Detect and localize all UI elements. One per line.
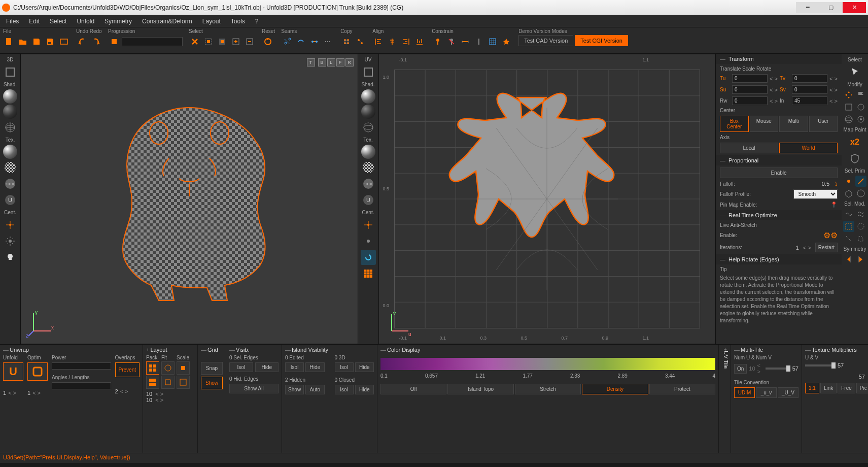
hide-edges-button[interactable]: Hide [255,362,279,372]
user-center-button[interactable]: User [809,116,838,132]
menu-edit[interactable]: Edit [24,16,45,26]
color-header[interactable]: Color Display [380,347,715,353]
uv-upper-button[interactable]: _U_V [778,387,798,398]
scale-1-button[interactable] [177,361,190,375]
texmult-header[interactable]: Texture Multipliers [805,347,865,353]
select-shrink-button[interactable] [244,35,256,48]
isol-isl-button[interactable]: Isol [285,362,304,372]
gears-icon[interactable]: ⚙⚙ [823,230,838,240]
uv-globe-button[interactable] [361,120,376,135]
hide-3d-button[interactable]: Hide [355,362,374,372]
sym-right-button[interactable] [855,254,866,265]
close-button[interactable]: ✕ [843,2,866,13]
color-off-button[interactable]: Off [380,384,446,394]
uv-shading-lit-button[interactable] [361,89,375,104]
sv-field[interactable] [792,85,827,94]
box-center-button[interactable]: Box Center [720,116,749,132]
copy-alt-button[interactable] [354,35,366,48]
island-vis-header[interactable]: Island Visibility [285,347,374,353]
circle-sel-button[interactable] [855,221,866,232]
rotate-button[interactable] [855,102,866,113]
show-grid-button[interactable]: Show [201,377,223,389]
menu-help[interactable]: ? [250,16,264,26]
color-protect-button[interactable]: Protect [649,384,715,394]
rw-field[interactable] [732,96,768,105]
shield-button[interactable] [847,151,862,166]
hide-closed-button[interactable]: Hide [355,385,374,394]
reset-button[interactable] [262,35,274,48]
frame-button[interactable] [3,64,18,80]
pin-icon[interactable]: 📍 [830,202,838,208]
falloff-profile-select[interactable]: Smooth [793,189,838,199]
visib-header[interactable]: Visib. [229,347,279,353]
select-grow-button[interactable] [230,35,242,48]
color-density-button[interactable]: Density [582,384,648,394]
align-right-button[interactable] [400,35,412,48]
seam-add-button[interactable] [308,35,321,48]
move-button[interactable] [843,89,854,101]
in-field[interactable] [792,96,827,105]
select-all-button[interactable] [202,35,215,48]
show-all-button[interactable]: Show All [229,384,279,393]
isol-3d-button[interactable]: Isol [335,362,354,372]
menu-layout[interactable]: Layout [197,16,226,26]
uvtile-header[interactable]: UV Tile [722,348,730,448]
help-header[interactable]: Help Rotate (Edges) [716,254,842,264]
scale-2-button[interactable] [177,376,190,389]
center-sun-button[interactable] [3,234,18,249]
optim-button[interactable] [27,362,48,381]
shading-wire-button[interactable] [3,105,17,119]
weld-button[interactable] [295,35,307,48]
tex-checker-button[interactable] [3,160,18,175]
reload-button[interactable] [58,35,70,48]
uv-tex-checker-button[interactable] [361,160,376,175]
line-sel-button[interactable] [843,233,854,244]
rect-sel-button[interactable] [843,221,854,232]
view-t-button[interactable]: T [307,58,315,66]
target-button[interactable] [855,114,866,125]
saveas-button[interactable] [44,35,56,48]
view-l-button[interactable]: L [327,58,335,66]
mouse-center-button[interactable]: Mouse [750,116,779,132]
ratio-11-button[interactable]: 1:1 [805,383,819,393]
udim-button[interactable]: UDIM [734,387,755,398]
auto-isl-button[interactable]: Auto [305,385,324,394]
uv-shading-flat-button[interactable] [361,105,375,119]
constrain-h-button[interactable] [459,35,471,48]
pack-1-button[interactable] [146,361,159,375]
pin-button[interactable] [432,35,444,48]
tex-white-button[interactable] [3,145,17,159]
light-button[interactable] [3,250,18,265]
world-axis-button[interactable]: World [779,143,838,153]
grid-header[interactable]: Grid [201,347,223,353]
save-file-button[interactable] [30,35,43,48]
angles-slider[interactable] [52,382,111,389]
lasso-sel-button[interactable] [855,233,866,244]
flag-button[interactable] [855,89,866,101]
copy-button[interactable] [340,35,353,48]
select-cursor-button[interactable] [847,64,862,80]
center-cross-button[interactable] [3,217,18,232]
optimize-header[interactable]: Real Time Optimize [716,210,842,220]
proportional-header[interactable]: Proportional [716,155,842,165]
uv-tex-white-button[interactable] [361,145,375,159]
menu-symmetry[interactable]: Symmetry [99,16,137,26]
uv-frame-button[interactable] [361,64,376,80]
snap-button[interactable]: Snap [201,362,223,375]
texmult-slider[interactable] [805,364,836,366]
globe-button[interactable] [843,114,854,125]
view-r-button[interactable]: R [345,58,354,66]
color-island-button[interactable]: Island Topo [447,384,513,394]
menu-files[interactable]: Files [1,16,24,26]
shading-lit-button[interactable] [3,89,17,104]
isol-edges-button[interactable]: Isol [229,362,253,372]
unwrap-header[interactable]: Unwrap [3,347,140,353]
multitile-header[interactable]: Multi-Tile [734,347,798,353]
power-slider[interactable] [52,362,111,370]
3d-viewport[interactable]: T B L F R y x z [20,54,358,344]
uv-tex-u-button[interactable]: U [361,192,376,208]
falloff-icon[interactable]: ⤵ [835,181,838,187]
tu-field[interactable] [732,74,768,83]
su-field[interactable] [732,85,768,94]
edge-button[interactable] [855,176,866,187]
